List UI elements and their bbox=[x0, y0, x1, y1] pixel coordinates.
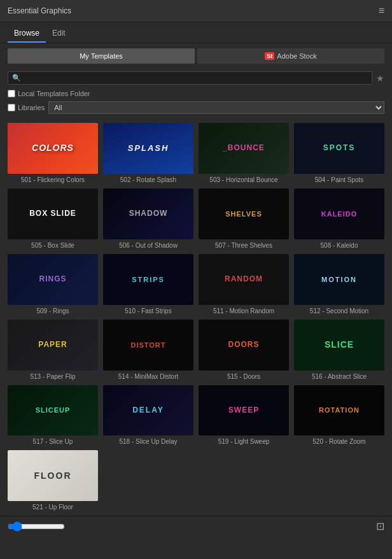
template-thumb-516: SLICE bbox=[294, 320, 384, 371]
template-label-510: 510 - Fast Strips bbox=[103, 308, 193, 315]
template-label-507: 507 - Three Shelves bbox=[199, 242, 289, 249]
template-thumb-521: FLOOR bbox=[8, 450, 98, 501]
template-thumb-510: STRIPS bbox=[103, 254, 193, 305]
template-item-502[interactable]: SPLASH 502 - Rotate Splash bbox=[103, 123, 193, 183]
template-thumb-text-510: STRIPS bbox=[130, 274, 166, 285]
template-label-515: 515 - Doors bbox=[199, 373, 289, 380]
search-bar: 🔍 ★ bbox=[0, 69, 392, 87]
template-thumb-text-509: RINGS bbox=[38, 274, 67, 285]
template-thumb-508: KALEIDO bbox=[294, 188, 384, 239]
template-thumb-text-516: SLICE bbox=[323, 339, 355, 351]
template-thumb-511: RANDOM bbox=[199, 254, 289, 305]
template-thumb-515: DOORS bbox=[199, 320, 289, 371]
tab-bar: Browse Edit bbox=[0, 22, 392, 43]
template-item-501[interactable]: COLORS 501 - Flickering Colors bbox=[8, 123, 98, 183]
template-thumb-text-520: ROTATION bbox=[318, 405, 361, 415]
template-thumb-514: DISTORT bbox=[103, 320, 193, 371]
template-thumb-507: SHELVES bbox=[199, 188, 289, 239]
template-label-519: 519 - Light Sweep bbox=[199, 438, 289, 445]
template-label-517: 517 - Slice Up bbox=[8, 438, 98, 445]
template-thumb-519: SWEEP bbox=[199, 385, 289, 436]
local-templates-checkbox[interactable] bbox=[8, 90, 15, 97]
template-thumb-text-504: SPOTS bbox=[322, 143, 357, 153]
template-thumb-506: SHADOW bbox=[103, 188, 193, 239]
template-item-509[interactable]: RINGS 509 - Rings bbox=[8, 254, 98, 315]
template-label-504: 504 - Paint Spots bbox=[294, 176, 384, 183]
template-label-518: 518 - Slice Up Delay bbox=[103, 438, 193, 445]
template-item-519[interactable]: SWEEP 519 - Light Sweep bbox=[199, 385, 289, 446]
template-label-501: 501 - Flickering Colors bbox=[8, 176, 98, 183]
template-label-520: 520 - Rotate Zoom bbox=[294, 438, 384, 445]
template-grid: COLORS 501 - Flickering Colors SPLASH 50… bbox=[0, 118, 392, 516]
template-item-513[interactable]: PAPER 513 - Paper Flip bbox=[8, 320, 98, 380]
template-thumb-text-521: FLOOR bbox=[33, 470, 73, 482]
top-buttons: My Templates St Adobe Stock bbox=[0, 43, 392, 69]
template-item-507[interactable]: SHELVES 507 - Three Shelves bbox=[199, 188, 289, 249]
template-item-517[interactable]: SLICEUP 517 - Slice Up bbox=[8, 385, 98, 446]
tab-browse[interactable]: Browse bbox=[8, 25, 46, 43]
template-thumb-text-508: KALEIDO bbox=[320, 209, 359, 219]
libraries-checkbox[interactable] bbox=[8, 104, 15, 111]
template-label-505: 505 - Box Slide bbox=[8, 242, 98, 249]
template-thumb-text-501: COLORS bbox=[31, 142, 75, 154]
template-thumb-512: MOTION bbox=[294, 254, 384, 305]
template-thumb-text-514: DISTORT bbox=[129, 340, 167, 350]
star-icon[interactable]: ★ bbox=[376, 73, 384, 83]
app-header: Essential Graphics ≡ bbox=[0, 0, 392, 22]
template-thumb-520: ROTATION bbox=[294, 385, 384, 436]
template-item-511[interactable]: RANDOM 511 - Motion Random bbox=[199, 254, 289, 315]
template-item-512[interactable]: MOTION 512 - Second Motion bbox=[294, 254, 384, 315]
template-thumb-502: SPLASH bbox=[103, 123, 193, 174]
template-item-503[interactable]: _BOUNCE 503 - Horizontal Bounce bbox=[199, 123, 289, 183]
template-label-511: 511 - Motion Random bbox=[199, 308, 289, 315]
new-item-icon[interactable]: ⊡ bbox=[376, 520, 384, 532]
tab-edit[interactable]: Edit bbox=[46, 25, 72, 43]
template-label-514: 514 - MiniMax Distort bbox=[103, 373, 193, 380]
template-thumb-505: BOX SLIDE bbox=[8, 188, 98, 239]
template-item-508[interactable]: KALEIDO 508 - Kaleido bbox=[294, 188, 384, 249]
template-thumb-text-519: SWEEP bbox=[227, 405, 260, 416]
app-title: Essential Graphics bbox=[8, 6, 71, 15]
search-input-wrap: 🔍 bbox=[8, 71, 372, 85]
template-label-506: 506 - Out of Shadow bbox=[103, 242, 193, 249]
template-thumb-text-506: SHADOW bbox=[128, 208, 169, 219]
menu-icon[interactable]: ≡ bbox=[379, 5, 384, 17]
template-label-509: 509 - Rings bbox=[8, 308, 98, 315]
template-item-516[interactable]: SLICE 516 - Abstract Slice bbox=[294, 320, 384, 380]
libraries-select[interactable]: All bbox=[48, 101, 384, 114]
template-thumb-text-502: SPLASH bbox=[127, 143, 171, 154]
my-templates-button[interactable]: My Templates bbox=[8, 48, 195, 64]
adobe-stock-button[interactable]: St Adobe Stock bbox=[197, 48, 384, 64]
template-item-515[interactable]: DOORS 515 - Doors bbox=[199, 320, 289, 380]
template-item-521[interactable]: FLOOR 521 - Up Floor bbox=[8, 450, 98, 511]
template-thumb-text-511: RANDOM bbox=[223, 274, 264, 285]
template-item-514[interactable]: DISTORT 514 - MiniMax Distort bbox=[103, 320, 193, 380]
template-thumb-509: RINGS bbox=[8, 254, 98, 305]
template-thumb-text-512: MOTION bbox=[320, 274, 358, 285]
template-thumb-text-503: _BOUNCE bbox=[221, 143, 266, 153]
adobe-stock-icon: St bbox=[265, 52, 274, 60]
template-thumb-text-507: SHELVES bbox=[224, 209, 263, 219]
template-thumb-text-505: BOX SLIDE bbox=[28, 208, 78, 219]
libraries-label: Libraries bbox=[8, 104, 45, 111]
template-thumb-text-517: SLICEUP bbox=[34, 405, 72, 415]
local-templates-row: Local Templates Folder bbox=[0, 87, 392, 100]
template-item-520[interactable]: ROTATION 520 - Rotate Zoom bbox=[294, 385, 384, 446]
zoom-slider[interactable] bbox=[8, 521, 65, 532]
local-templates-label[interactable]: Local Templates Folder bbox=[8, 90, 90, 97]
template-item-506[interactable]: SHADOW 506 - Out of Shadow bbox=[103, 188, 193, 249]
bottom-bar: ⊡ bbox=[0, 516, 392, 536]
template-label-502: 502 - Rotate Splash bbox=[103, 176, 193, 183]
slider-wrap bbox=[8, 521, 65, 532]
template-item-504[interactable]: SPOTS 504 - Paint Spots bbox=[294, 123, 384, 183]
template-thumb-text-515: DOORS bbox=[227, 339, 260, 350]
template-label-516: 516 - Abstract Slice bbox=[294, 373, 384, 380]
search-icon: 🔍 bbox=[12, 74, 21, 82]
template-item-510[interactable]: STRIPS 510 - Fast Strips bbox=[103, 254, 193, 315]
template-thumb-517: SLICEUP bbox=[8, 385, 98, 436]
template-item-518[interactable]: DELAY 518 - Slice Up Delay bbox=[103, 385, 193, 446]
template-label-512: 512 - Second Motion bbox=[294, 308, 384, 315]
template-label-521: 521 - Up Floor bbox=[8, 504, 98, 511]
template-item-505[interactable]: BOX SLIDE 505 - Box Slide bbox=[8, 188, 98, 249]
search-input[interactable] bbox=[24, 74, 368, 82]
